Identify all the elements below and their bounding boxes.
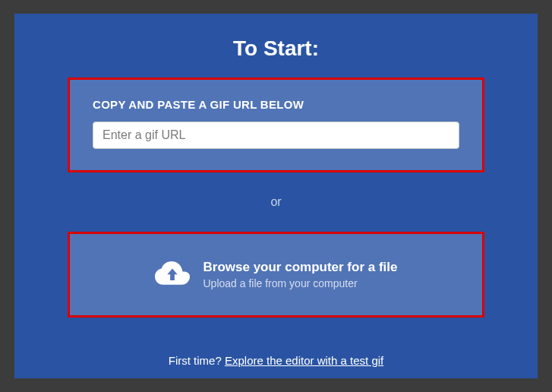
browse-title: Browse your computer for a file (203, 260, 398, 275)
start-panel: To Start: COPY AND PASTE A GIF URL BELOW… (14, 14, 538, 378)
footer-text: First time? Explore the editor with a te… (52, 354, 500, 367)
page-title: To Start: (52, 36, 500, 61)
browse-text-group: Browse your computer for a file Upload a… (203, 260, 398, 289)
test-gif-link[interactable]: Explore the editor with a test gif (225, 354, 383, 367)
cloud-upload-icon (155, 261, 190, 289)
browse-subtitle: Upload a file from your computer (203, 277, 398, 289)
or-separator: or (52, 195, 500, 209)
browse-file-button[interactable]: Browse your computer for a file Upload a… (68, 232, 484, 318)
url-input-section: COPY AND PASTE A GIF URL BELOW (68, 77, 484, 172)
gif-url-input[interactable] (93, 122, 459, 149)
url-section-label: COPY AND PASTE A GIF URL BELOW (93, 98, 459, 111)
footer-prefix: First time? (169, 354, 225, 367)
